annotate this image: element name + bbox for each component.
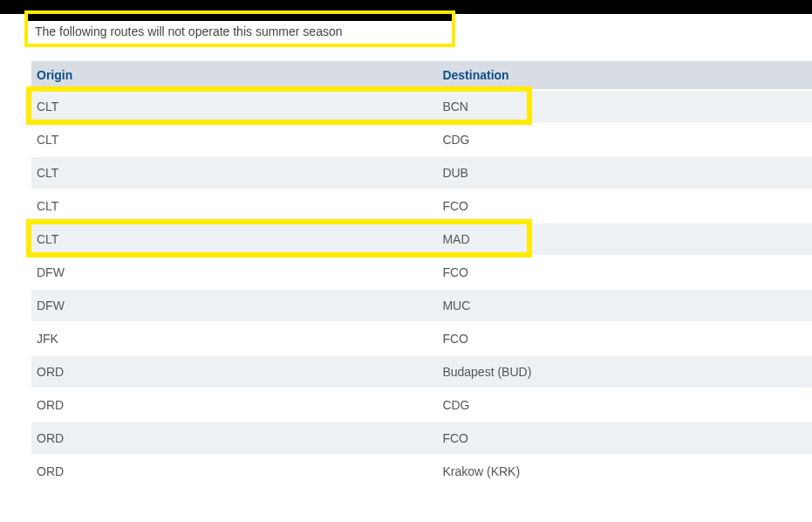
- intro-text: The following routes will not operate th…: [28, 21, 452, 44]
- table-row: ORDFCO: [31, 422, 812, 455]
- cell-destination: FCO: [437, 422, 812, 455]
- cell-destination: MUC: [437, 289, 812, 322]
- cell-origin: CLT: [31, 156, 437, 189]
- cell-destination: FCO: [437, 256, 812, 289]
- table-row: CLTBCN: [31, 90, 812, 123]
- cell-destination: FCO: [437, 189, 812, 223]
- cell-origin: ORD: [31, 455, 437, 487]
- cell-destination: FCO: [437, 322, 812, 355]
- cell-destination: BCN: [437, 90, 812, 123]
- intro-highlight-box: The following routes will not operate th…: [24, 10, 455, 47]
- cell-destination: MAD: [437, 223, 812, 256]
- cell-origin: ORD: [31, 422, 437, 455]
- cell-origin: DFW: [31, 256, 437, 289]
- cell-origin: DFW: [31, 289, 437, 322]
- col-destination: Destination: [437, 61, 812, 90]
- table-row: ORDBudapest (BUD): [31, 355, 812, 388]
- routes-table-container: Origin Destination CLTBCNCLTCDGCLTDUBCLT…: [31, 61, 812, 487]
- table-row: CLTFCO: [31, 189, 812, 223]
- table-row: ORDCDG: [31, 388, 812, 422]
- cell-origin: CLT: [31, 90, 437, 123]
- table-row: CLTMAD: [31, 223, 812, 256]
- routes-table: Origin Destination CLTBCNCLTCDGCLTDUBCLT…: [31, 61, 812, 487]
- cell-destination: Krakow (KRK): [437, 455, 812, 487]
- cell-destination: CDG: [437, 123, 812, 156]
- table-row: JFKFCO: [31, 322, 812, 355]
- table-row: CLTCDG: [31, 123, 812, 156]
- intro-black-strip: [28, 14, 452, 21]
- cell-destination: Budapest (BUD): [437, 355, 812, 388]
- cell-destination: DUB: [437, 156, 812, 189]
- cell-origin: JFK: [31, 322, 437, 355]
- table-header-row: Origin Destination: [31, 61, 812, 90]
- cell-origin: CLT: [31, 123, 437, 156]
- cell-destination: CDG: [437, 388, 812, 422]
- table-row: CLTDUB: [31, 156, 812, 189]
- cell-origin: CLT: [31, 189, 437, 223]
- cell-origin: ORD: [31, 355, 437, 388]
- cell-origin: ORD: [31, 388, 437, 422]
- table-row: DFWFCO: [31, 256, 812, 289]
- table-row: DFWMUC: [31, 289, 812, 322]
- cell-origin: CLT: [31, 223, 437, 256]
- table-row: ORDKrakow (KRK): [31, 455, 812, 487]
- col-origin: Origin: [31, 61, 437, 90]
